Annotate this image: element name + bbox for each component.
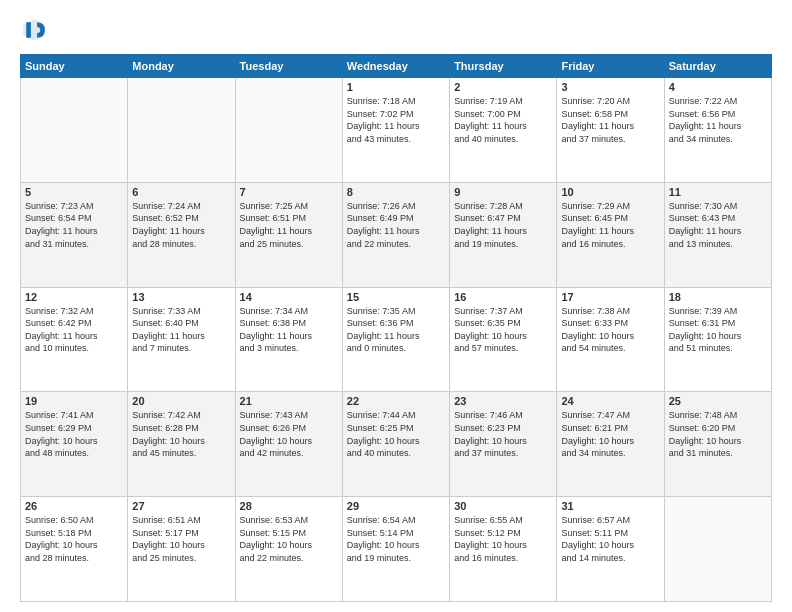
day-number: 25 [669, 395, 767, 407]
day-info: Sunrise: 7:35 AM Sunset: 6:36 PM Dayligh… [347, 305, 445, 355]
calendar-cell: 3Sunrise: 7:20 AM Sunset: 6:58 PM Daylig… [557, 78, 664, 183]
calendar-cell: 19Sunrise: 7:41 AM Sunset: 6:29 PM Dayli… [21, 392, 128, 497]
day-info: Sunrise: 6:51 AM Sunset: 5:17 PM Dayligh… [132, 514, 230, 564]
day-info: Sunrise: 7:48 AM Sunset: 6:20 PM Dayligh… [669, 409, 767, 459]
calendar-cell: 27Sunrise: 6:51 AM Sunset: 5:17 PM Dayli… [128, 497, 235, 602]
day-of-week-header: Monday [128, 55, 235, 78]
day-info: Sunrise: 7:47 AM Sunset: 6:21 PM Dayligh… [561, 409, 659, 459]
calendar-cell: 29Sunrise: 6:54 AM Sunset: 5:14 PM Dayli… [342, 497, 449, 602]
calendar-cell [21, 78, 128, 183]
day-info: Sunrise: 7:22 AM Sunset: 6:56 PM Dayligh… [669, 95, 767, 145]
day-info: Sunrise: 7:46 AM Sunset: 6:23 PM Dayligh… [454, 409, 552, 459]
calendar-cell: 24Sunrise: 7:47 AM Sunset: 6:21 PM Dayli… [557, 392, 664, 497]
day-number: 31 [561, 500, 659, 512]
header [20, 16, 772, 44]
calendar-table: SundayMondayTuesdayWednesdayThursdayFrid… [20, 54, 772, 602]
calendar-cell: 18Sunrise: 7:39 AM Sunset: 6:31 PM Dayli… [664, 287, 771, 392]
calendar-cell [235, 78, 342, 183]
day-number: 9 [454, 186, 552, 198]
day-info: Sunrise: 7:24 AM Sunset: 6:52 PM Dayligh… [132, 200, 230, 250]
day-info: Sunrise: 7:34 AM Sunset: 6:38 PM Dayligh… [240, 305, 338, 355]
calendar-cell: 8Sunrise: 7:26 AM Sunset: 6:49 PM Daylig… [342, 182, 449, 287]
day-of-week-header: Thursday [450, 55, 557, 78]
calendar-week-row: 5Sunrise: 7:23 AM Sunset: 6:54 PM Daylig… [21, 182, 772, 287]
calendar-cell: 22Sunrise: 7:44 AM Sunset: 6:25 PM Dayli… [342, 392, 449, 497]
day-info: Sunrise: 7:29 AM Sunset: 6:45 PM Dayligh… [561, 200, 659, 250]
calendar-cell [664, 497, 771, 602]
calendar-cell: 7Sunrise: 7:25 AM Sunset: 6:51 PM Daylig… [235, 182, 342, 287]
calendar-week-row: 1Sunrise: 7:18 AM Sunset: 7:02 PM Daylig… [21, 78, 772, 183]
calendar-cell: 21Sunrise: 7:43 AM Sunset: 6:26 PM Dayli… [235, 392, 342, 497]
day-number: 16 [454, 291, 552, 303]
day-of-week-header: Sunday [21, 55, 128, 78]
calendar-cell: 25Sunrise: 7:48 AM Sunset: 6:20 PM Dayli… [664, 392, 771, 497]
day-info: Sunrise: 7:28 AM Sunset: 6:47 PM Dayligh… [454, 200, 552, 250]
day-number: 12 [25, 291, 123, 303]
day-info: Sunrise: 7:26 AM Sunset: 6:49 PM Dayligh… [347, 200, 445, 250]
calendar-cell: 6Sunrise: 7:24 AM Sunset: 6:52 PM Daylig… [128, 182, 235, 287]
day-info: Sunrise: 6:57 AM Sunset: 5:11 PM Dayligh… [561, 514, 659, 564]
day-number: 7 [240, 186, 338, 198]
day-of-week-header: Friday [557, 55, 664, 78]
calendar-cell: 12Sunrise: 7:32 AM Sunset: 6:42 PM Dayli… [21, 287, 128, 392]
calendar-cell: 4Sunrise: 7:22 AM Sunset: 6:56 PM Daylig… [664, 78, 771, 183]
calendar-cell: 20Sunrise: 7:42 AM Sunset: 6:28 PM Dayli… [128, 392, 235, 497]
calendar-cell: 15Sunrise: 7:35 AM Sunset: 6:36 PM Dayli… [342, 287, 449, 392]
day-number: 26 [25, 500, 123, 512]
day-number: 19 [25, 395, 123, 407]
day-number: 27 [132, 500, 230, 512]
day-number: 8 [347, 186, 445, 198]
logo [20, 16, 52, 44]
day-number: 24 [561, 395, 659, 407]
day-info: Sunrise: 7:42 AM Sunset: 6:28 PM Dayligh… [132, 409, 230, 459]
calendar-header-row: SundayMondayTuesdayWednesdayThursdayFrid… [21, 55, 772, 78]
calendar-cell: 13Sunrise: 7:33 AM Sunset: 6:40 PM Dayli… [128, 287, 235, 392]
day-info: Sunrise: 7:25 AM Sunset: 6:51 PM Dayligh… [240, 200, 338, 250]
day-of-week-header: Saturday [664, 55, 771, 78]
calendar-cell: 31Sunrise: 6:57 AM Sunset: 5:11 PM Dayli… [557, 497, 664, 602]
day-info: Sunrise: 7:41 AM Sunset: 6:29 PM Dayligh… [25, 409, 123, 459]
day-number: 30 [454, 500, 552, 512]
calendar-cell: 14Sunrise: 7:34 AM Sunset: 6:38 PM Dayli… [235, 287, 342, 392]
day-info: Sunrise: 6:55 AM Sunset: 5:12 PM Dayligh… [454, 514, 552, 564]
calendar-cell: 16Sunrise: 7:37 AM Sunset: 6:35 PM Dayli… [450, 287, 557, 392]
day-info: Sunrise: 7:18 AM Sunset: 7:02 PM Dayligh… [347, 95, 445, 145]
calendar-cell: 9Sunrise: 7:28 AM Sunset: 6:47 PM Daylig… [450, 182, 557, 287]
day-info: Sunrise: 7:23 AM Sunset: 6:54 PM Dayligh… [25, 200, 123, 250]
day-number: 22 [347, 395, 445, 407]
day-number: 23 [454, 395, 552, 407]
day-of-week-header: Wednesday [342, 55, 449, 78]
day-number: 5 [25, 186, 123, 198]
calendar-cell: 2Sunrise: 7:19 AM Sunset: 7:00 PM Daylig… [450, 78, 557, 183]
day-number: 15 [347, 291, 445, 303]
logo-icon [20, 16, 48, 44]
day-number: 4 [669, 81, 767, 93]
day-info: Sunrise: 7:38 AM Sunset: 6:33 PM Dayligh… [561, 305, 659, 355]
day-info: Sunrise: 7:19 AM Sunset: 7:00 PM Dayligh… [454, 95, 552, 145]
day-info: Sunrise: 6:53 AM Sunset: 5:15 PM Dayligh… [240, 514, 338, 564]
day-number: 17 [561, 291, 659, 303]
day-number: 18 [669, 291, 767, 303]
day-info: Sunrise: 7:30 AM Sunset: 6:43 PM Dayligh… [669, 200, 767, 250]
calendar-cell: 1Sunrise: 7:18 AM Sunset: 7:02 PM Daylig… [342, 78, 449, 183]
day-info: Sunrise: 7:37 AM Sunset: 6:35 PM Dayligh… [454, 305, 552, 355]
day-number: 14 [240, 291, 338, 303]
calendar-cell: 28Sunrise: 6:53 AM Sunset: 5:15 PM Dayli… [235, 497, 342, 602]
day-number: 6 [132, 186, 230, 198]
day-info: Sunrise: 7:33 AM Sunset: 6:40 PM Dayligh… [132, 305, 230, 355]
day-info: Sunrise: 6:54 AM Sunset: 5:14 PM Dayligh… [347, 514, 445, 564]
day-number: 11 [669, 186, 767, 198]
calendar-cell: 23Sunrise: 7:46 AM Sunset: 6:23 PM Dayli… [450, 392, 557, 497]
day-number: 28 [240, 500, 338, 512]
day-info: Sunrise: 7:44 AM Sunset: 6:25 PM Dayligh… [347, 409, 445, 459]
calendar-cell: 17Sunrise: 7:38 AM Sunset: 6:33 PM Dayli… [557, 287, 664, 392]
calendar-cell [128, 78, 235, 183]
day-number: 13 [132, 291, 230, 303]
calendar-week-row: 19Sunrise: 7:41 AM Sunset: 6:29 PM Dayli… [21, 392, 772, 497]
day-number: 1 [347, 81, 445, 93]
day-info: Sunrise: 7:32 AM Sunset: 6:42 PM Dayligh… [25, 305, 123, 355]
day-of-week-header: Tuesday [235, 55, 342, 78]
day-number: 2 [454, 81, 552, 93]
day-number: 21 [240, 395, 338, 407]
day-info: Sunrise: 7:39 AM Sunset: 6:31 PM Dayligh… [669, 305, 767, 355]
